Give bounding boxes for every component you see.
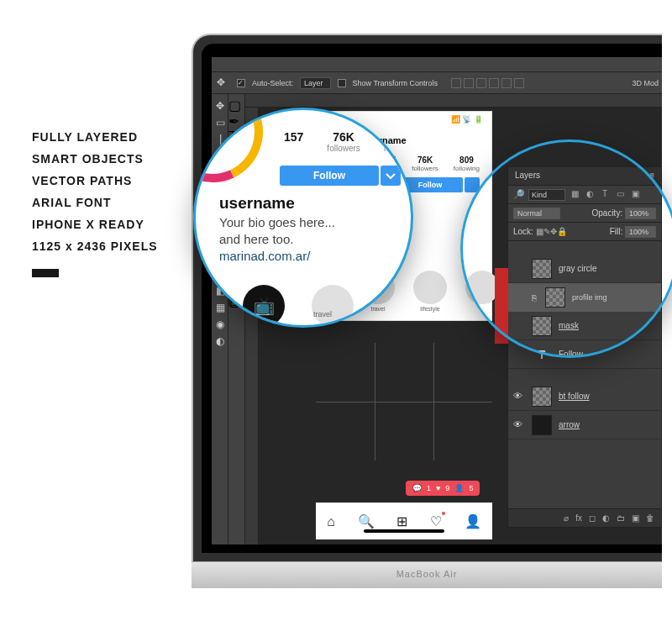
layers-panel: Layers ≡ 🔎 Kind ▦ ◐ T ▭ ▣ Normal Opacity…	[507, 166, 662, 528]
fx-icon[interactable]: fx	[575, 513, 582, 523]
layer-thumb[interactable]	[532, 259, 552, 279]
filter-shape-icon[interactable]: ▭	[614, 189, 626, 201]
opacity-field[interactable]: 100%	[625, 208, 656, 219]
laptop-brand: MacBook Air	[192, 569, 662, 579]
blend-dropdown[interactable]: Normal	[513, 208, 560, 219]
layer-item[interactable]: gray circle	[508, 255, 661, 283]
zoom-follow-button[interactable]: Follow	[280, 166, 379, 186]
zoom-story-label: travel	[313, 310, 332, 318]
tab-bar: ⌂ 🔍 ⊞ ♡ 👤	[316, 502, 492, 539]
layer-item[interactable]: T Follow	[508, 340, 661, 369]
lock-pos-icon[interactable]: ✥	[550, 227, 557, 236]
feature-item: FULLY LAYERED	[32, 126, 158, 148]
lock-label: Lock:	[513, 227, 533, 236]
show-tc-label: Show Transform Controls	[353, 79, 438, 87]
fill-label: Fill:	[610, 227, 623, 236]
mode-label[interactable]: 3D Mod	[632, 79, 659, 87]
panel-dock-strip[interactable]	[495, 268, 508, 344]
dodge-tool-icon[interactable]: ◐	[212, 333, 228, 350]
layers-footer: ⌀ fx ◻ ◐ 🗀 ▣ 🗑	[508, 508, 661, 527]
layer-thumb[interactable]	[532, 316, 552, 336]
delete-icon[interactable]: 🗑	[646, 513, 654, 523]
layer-list: gray circle ⎘ profile img mask	[508, 241, 661, 439]
filter-adjust-icon[interactable]: ◐	[584, 189, 596, 201]
show-tc-checkbox[interactable]	[338, 79, 346, 87]
layer-item-selected[interactable]: ⎘ profile img	[508, 283, 661, 312]
visibility-icon[interactable]: 👁	[513, 391, 525, 402]
home-indicator	[364, 529, 444, 533]
zoom-follow-dropdown-icon[interactable]	[381, 166, 401, 186]
feature-list: FULLY LAYERED SMART OBJECTS VECTOR PATHS…	[32, 126, 158, 257]
story-label: lifestyle	[413, 306, 447, 312]
kind-dropdown[interactable]: Kind	[528, 189, 565, 201]
auto-select-label: Auto-Select:	[252, 79, 293, 87]
lock-trans-icon[interactable]: ▦	[536, 227, 543, 236]
search-tab-icon[interactable]: 🔍	[358, 513, 375, 529]
layer-thumb[interactable]	[545, 287, 565, 308]
filter-smart-icon[interactable]: ▣	[629, 189, 641, 201]
panel-menu-icon[interactable]: ≡	[649, 171, 654, 181]
layer-name[interactable]: mask	[559, 321, 579, 330]
visibility-icon[interactable]: 👁	[513, 419, 525, 431]
layer-item[interactable]: 👁 bt follow	[508, 382, 661, 411]
divider-bar	[32, 269, 59, 277]
add-tab-icon[interactable]: ⊞	[396, 513, 407, 529]
story-bubble[interactable]	[465, 271, 499, 304]
layers-tab[interactable]: Layers	[515, 171, 540, 181]
visibility-icon[interactable]	[513, 263, 525, 275]
user-icon: 👤	[454, 484, 464, 492]
artboard-tool-icon[interactable]: ▢	[228, 97, 244, 113]
visibility-icon[interactable]	[513, 349, 525, 360]
link-icon[interactable]: ⌀	[564, 513, 569, 523]
activity-tab-icon[interactable]: ♡	[430, 513, 442, 529]
layer-name[interactable]: Follow	[559, 350, 583, 359]
layer-name[interactable]: bt follow	[559, 392, 590, 401]
zoom-link[interactable]: marinad.com.ar/	[219, 248, 335, 265]
new-layer-icon[interactable]: ▣	[632, 513, 639, 523]
feature-item: VECTOR PATHS	[32, 170, 158, 192]
home-tab-icon[interactable]: ⌂	[327, 514, 335, 529]
lock-all-icon[interactable]: 🔒	[557, 227, 567, 236]
layer-item[interactable]: mask	[508, 312, 661, 340]
layer-name[interactable]: gray circle	[559, 264, 597, 273]
story-bubble[interactable]	[413, 271, 447, 304]
layer-name[interactable]: profile img	[572, 293, 607, 302]
layer-name[interactable]: arrow	[559, 420, 580, 429]
smart-link-icon: ⎘	[532, 293, 542, 302]
zoom-username: username	[219, 194, 295, 213]
ruler-horizontal[interactable]	[245, 94, 662, 108]
align-buttons[interactable]	[451, 78, 524, 88]
filter-icon[interactable]: 🔎	[513, 189, 525, 200]
feature-item: ARIAL FONT	[32, 192, 158, 213]
heart-icon: ♥	[436, 484, 440, 492]
auto-select-checkbox[interactable]	[237, 79, 245, 87]
feature-item: SMART OBJECTS	[32, 148, 158, 170]
filter-type-icon[interactable]: T	[599, 189, 611, 201]
options-bar[interactable]: ✥ Auto-Select: Layer Show Transform Cont…	[212, 72, 662, 94]
marquee-tool-icon[interactable]: ▭	[212, 114, 228, 131]
move-tool-icon[interactable]: ✥	[217, 76, 230, 90]
layer-thumb[interactable]	[532, 387, 552, 407]
status-icons: 📶 📡 🔋	[451, 115, 483, 129]
feature-item: 1125 x 2436 PIXELS	[32, 235, 158, 257]
profile-tab-icon[interactable]: 👤	[465, 513, 481, 529]
follow-dropdown-icon[interactable]	[465, 177, 480, 192]
filter-pixel-icon[interactable]: ▦	[569, 189, 580, 201]
blur-tool-icon[interactable]: ◉	[212, 316, 228, 333]
layer-item[interactable]: 👁 arrow	[508, 411, 661, 439]
photo-grid	[316, 343, 492, 460]
visibility-icon[interactable]	[513, 292, 525, 303]
group-icon[interactable]: 🗀	[617, 513, 625, 523]
move-tool-icon[interactable]: ✥	[212, 97, 228, 114]
adjust-icon[interactable]: ◐	[602, 513, 610, 523]
visibility-icon[interactable]	[513, 320, 525, 332]
lock-pixel-icon[interactable]: ✎	[543, 227, 550, 236]
comment-icon: 💬	[412, 484, 422, 492]
notification-badge[interactable]: 💬1 ♥9 👤5	[406, 481, 480, 496]
layer-thumb[interactable]	[532, 415, 552, 435]
gradient-tool-icon[interactable]: ▦	[212, 299, 228, 316]
fill-field[interactable]: 100%	[625, 226, 656, 238]
auto-select-dropdown[interactable]: Layer	[300, 77, 331, 89]
mask-icon[interactable]: ◻	[589, 513, 596, 523]
menu-bar[interactable]	[212, 57, 662, 72]
